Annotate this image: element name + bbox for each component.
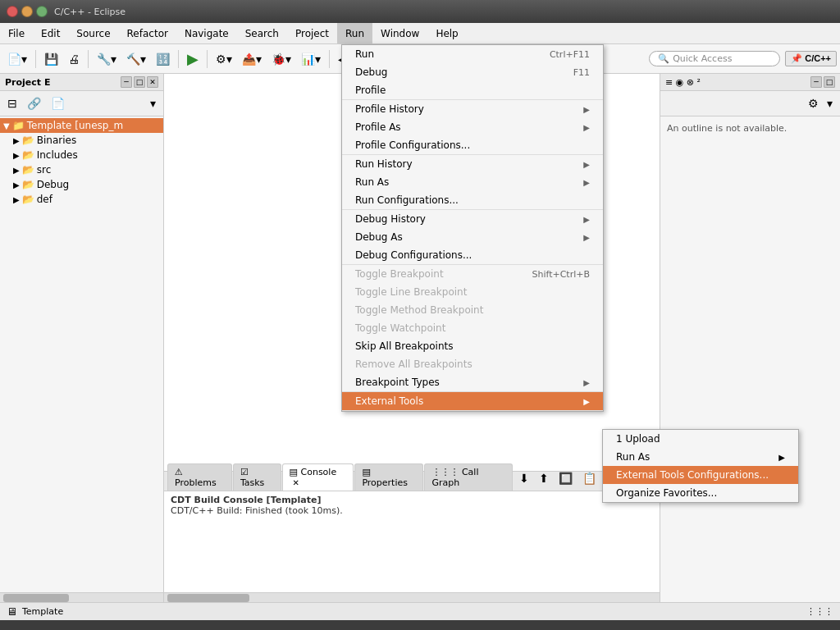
submenu-upload-item[interactable]: 1 Upload <box>603 430 798 448</box>
menu-profile-config-item[interactable]: Profile Configurations... <box>342 136 603 154</box>
quick-access-bar[interactable]: 🔍 Quick Access <box>649 51 780 66</box>
run-as-label: Run As <box>355 176 389 188</box>
menu-edit[interactable]: Edit <box>33 23 68 43</box>
menu-file[interactable]: File <box>0 23 33 43</box>
tree-item-binaries[interactable]: ▶ 📂 Binaries <box>10 133 163 148</box>
console-text: CDT/C++ Build: Finished (took 10ms). <box>171 505 653 516</box>
maximize-panel-button[interactable]: □ <box>134 76 145 88</box>
tree-icon-src: 📂 <box>22 164 34 176</box>
run-shortcut: Ctrl+F11 <box>550 49 590 60</box>
quick-access-label: Quick Access <box>673 53 732 64</box>
console-clear-button[interactable]: 🔲 <box>555 468 577 489</box>
menu-run-config-item[interactable]: Run Configurations... <box>342 191 603 209</box>
debug-history-arrow: ▶ <box>583 215 590 224</box>
menu-source[interactable]: Source <box>68 23 118 43</box>
tree-arrow-src: ▶ <box>13 166 20 175</box>
counter-button[interactable]: 🔢 <box>152 48 174 70</box>
tab-close-icon[interactable]: ✕ <box>293 478 299 487</box>
console-up-button[interactable]: ⬆ <box>535 468 553 489</box>
console-down-button[interactable]: ⬇ <box>515 468 533 489</box>
menu-run-item[interactable]: Run Ctrl+F11 <box>342 45 603 63</box>
menu-debug-as-item[interactable]: Debug As ▶ <box>342 228 603 246</box>
console-icon: ▤ <box>290 467 298 477</box>
menu-remove-all-bp-item: Remove All Breakpoints <box>342 355 603 373</box>
menu-profile-item[interactable]: Profile <box>342 81 603 99</box>
run-menu-section-1: Run Ctrl+F11 Debug F11 Profile <box>342 45 603 100</box>
tree-item-template[interactable]: ▼ 📁 Template [unesp_m <box>0 118 163 133</box>
submenu-organize-item[interactable]: Organize Favorites... <box>603 484 798 502</box>
profile-as-label: Profile As <box>355 121 401 133</box>
link-editor-button[interactable]: 🔗 <box>23 93 45 114</box>
tree-item-includes[interactable]: ▶ 📂 Includes <box>10 148 163 162</box>
left-scrollbar[interactable] <box>0 592 163 602</box>
run-menu-section-4: Debug History ▶ Debug As ▶ Debug Configu… <box>342 210 603 265</box>
perspective-button[interactable]: 📌 C/C++ <box>785 51 837 66</box>
outline-menu-button[interactable]: ▾ <box>823 93 837 114</box>
deploy-button[interactable]: 📤▾ <box>238 48 266 70</box>
menu-search[interactable]: Search <box>237 23 287 43</box>
menu-bp-types-item[interactable]: Breakpoint Types ▶ <box>342 373 603 391</box>
menu-bar: File Edit Source Refactor Navigate Searc… <box>0 23 840 44</box>
bottom-scrollbar[interactable] <box>164 592 660 602</box>
status-icon: 🖥 <box>7 605 17 618</box>
tab-problems-label: Problems <box>175 477 217 488</box>
tree-item-debug[interactable]: ▶ 📂 Debug <box>10 177 163 192</box>
profile-label: Profile <box>355 84 386 96</box>
tab-callgraph[interactable]: ⋮⋮⋮ Call Graph <box>424 463 513 491</box>
build-button[interactable]: 🔨▾ <box>122 48 150 70</box>
minimize-button[interactable] <box>21 6 33 17</box>
profile-history-arrow: ▶ <box>583 105 590 114</box>
outline-minimize-button[interactable]: ─ <box>810 76 822 88</box>
close-button[interactable] <box>7 6 18 17</box>
maximize-button[interactable] <box>36 6 48 17</box>
tree-label-includes: Includes <box>37 149 78 161</box>
menu-debug-history-item[interactable]: Debug History ▶ <box>342 210 603 228</box>
run-history-label: Run History <box>355 158 413 170</box>
menu-refactor[interactable]: Refactor <box>119 23 176 43</box>
tree-icon-template: 📁 <box>12 120 25 131</box>
view-menu-button[interactable]: ▾ <box>146 93 160 114</box>
save-button[interactable]: 💾 <box>40 48 62 70</box>
outline-maximize-button[interactable]: □ <box>824 76 835 88</box>
menu-navigate[interactable]: Navigate <box>176 23 237 43</box>
collapse-all-button[interactable]: ⊟ <box>3 93 21 114</box>
profile-button[interactable]: 📊▾ <box>297 48 325 70</box>
tree-item-def[interactable]: ▶ 📂 def <box>10 192 163 207</box>
profile-as-arrow: ▶ <box>583 123 590 132</box>
menu-help[interactable]: Help <box>427 23 466 43</box>
tab-properties[interactable]: ▤ Properties <box>354 463 423 491</box>
menu-run[interactable]: Run <box>337 23 372 43</box>
menu-profile-as-item[interactable]: Profile As ▶ <box>342 118 603 136</box>
console-copy-button[interactable]: 📋 <box>578 468 600 489</box>
menu-skip-all-bp-item[interactable]: Skip All Breakpoints <box>342 337 603 355</box>
settings-button[interactable]: ⚙▾ <box>212 48 236 70</box>
debug-button[interactable]: 🐞▾ <box>267 48 295 70</box>
skip-all-bp-label: Skip All Breakpoints <box>355 340 453 352</box>
new-button[interactable]: 📄▾ <box>3 48 31 70</box>
tools-button[interactable]: 🔧▾ <box>93 48 121 70</box>
new-file-button[interactable]: 📄 <box>47 93 69 114</box>
toolbar-separator-4 <box>207 50 208 68</box>
tree-item-src[interactable]: ▶ 📂 src <box>10 162 163 177</box>
submenu-ext-config-item[interactable]: External Tools Configurations... <box>603 466 798 484</box>
minimize-panel-button[interactable]: ─ <box>121 76 132 88</box>
menu-debug-item[interactable]: Debug F11 <box>342 63 603 81</box>
menu-run-history-item[interactable]: Run History ▶ <box>342 155 603 173</box>
run-button[interactable]: ▶ <box>183 48 203 70</box>
menu-external-tools-item[interactable]: External Tools ▶ <box>342 392 603 410</box>
tab-tasks[interactable]: ☑ Tasks <box>233 463 281 491</box>
menu-project[interactable]: Project <box>287 23 337 43</box>
left-scroll-thumb <box>3 594 69 602</box>
menu-run-as-item[interactable]: Run As ▶ <box>342 173 603 191</box>
menu-window[interactable]: Window <box>372 23 427 43</box>
menu-debug-config-item[interactable]: Debug Configurations... <box>342 246 603 264</box>
tab-console[interactable]: ▤ Console ✕ <box>282 463 354 491</box>
tab-properties-label: Properties <box>362 477 408 488</box>
close-panel-button[interactable]: ✕ <box>147 76 158 88</box>
outline-settings-button[interactable]: ⚙ <box>804 93 823 114</box>
submenu-run-as-item[interactable]: Run As ▶ <box>603 448 798 466</box>
print-button[interactable]: 🖨 <box>64 48 84 70</box>
tab-problems[interactable]: ⚠ Problems <box>167 463 232 491</box>
menu-profile-history-item[interactable]: Profile History ▶ <box>342 100 603 118</box>
project-tree: ▼ 📁 Template [unesp_m ▶ 📂 Binaries ▶ 📂 I… <box>0 116 163 592</box>
